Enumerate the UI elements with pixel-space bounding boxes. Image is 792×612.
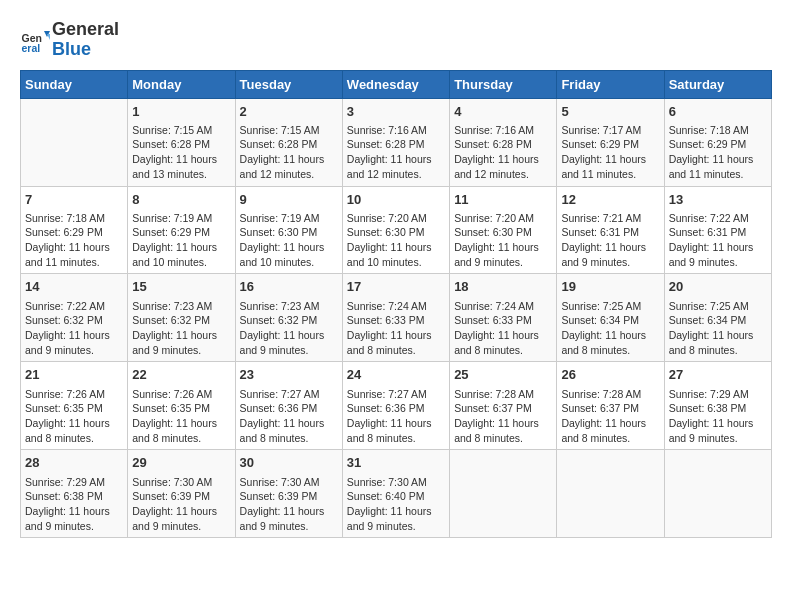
- calendar-cell: 29Sunrise: 7:30 AM Sunset: 6:39 PM Dayli…: [128, 450, 235, 538]
- cell-content: Sunrise: 7:20 AM Sunset: 6:30 PM Dayligh…: [454, 211, 552, 270]
- day-number: 26: [561, 366, 659, 384]
- cell-content: Sunrise: 7:20 AM Sunset: 6:30 PM Dayligh…: [347, 211, 445, 270]
- calendar-table: SundayMondayTuesdayWednesdayThursdayFrid…: [20, 70, 772, 539]
- calendar-cell: 6Sunrise: 7:18 AM Sunset: 6:29 PM Daylig…: [664, 98, 771, 186]
- day-number: 15: [132, 278, 230, 296]
- svg-marker-3: [47, 34, 50, 40]
- cell-content: Sunrise: 7:28 AM Sunset: 6:37 PM Dayligh…: [561, 387, 659, 446]
- cell-content: Sunrise: 7:29 AM Sunset: 6:38 PM Dayligh…: [669, 387, 767, 446]
- svg-text:eral: eral: [22, 42, 41, 54]
- day-number: 4: [454, 103, 552, 121]
- cell-content: Sunrise: 7:19 AM Sunset: 6:30 PM Dayligh…: [240, 211, 338, 270]
- cell-content: Sunrise: 7:28 AM Sunset: 6:37 PM Dayligh…: [454, 387, 552, 446]
- calendar-week-1: 1Sunrise: 7:15 AM Sunset: 6:28 PM Daylig…: [21, 98, 772, 186]
- cell-content: Sunrise: 7:26 AM Sunset: 6:35 PM Dayligh…: [132, 387, 230, 446]
- calendar-cell: 2Sunrise: 7:15 AM Sunset: 6:28 PM Daylig…: [235, 98, 342, 186]
- cell-content: Sunrise: 7:22 AM Sunset: 6:31 PM Dayligh…: [669, 211, 767, 270]
- cell-content: Sunrise: 7:16 AM Sunset: 6:28 PM Dayligh…: [454, 123, 552, 182]
- cell-content: Sunrise: 7:16 AM Sunset: 6:28 PM Dayligh…: [347, 123, 445, 182]
- cell-content: Sunrise: 7:27 AM Sunset: 6:36 PM Dayligh…: [347, 387, 445, 446]
- calendar-week-5: 28Sunrise: 7:29 AM Sunset: 6:38 PM Dayli…: [21, 450, 772, 538]
- calendar-cell: 30Sunrise: 7:30 AM Sunset: 6:39 PM Dayli…: [235, 450, 342, 538]
- day-number: 12: [561, 191, 659, 209]
- cell-content: Sunrise: 7:22 AM Sunset: 6:32 PM Dayligh…: [25, 299, 123, 358]
- calendar-cell: 21Sunrise: 7:26 AM Sunset: 6:35 PM Dayli…: [21, 362, 128, 450]
- cell-content: Sunrise: 7:21 AM Sunset: 6:31 PM Dayligh…: [561, 211, 659, 270]
- cell-content: Sunrise: 7:15 AM Sunset: 6:28 PM Dayligh…: [132, 123, 230, 182]
- calendar-cell: 25Sunrise: 7:28 AM Sunset: 6:37 PM Dayli…: [450, 362, 557, 450]
- cell-content: Sunrise: 7:27 AM Sunset: 6:36 PM Dayligh…: [240, 387, 338, 446]
- cell-content: Sunrise: 7:25 AM Sunset: 6:34 PM Dayligh…: [561, 299, 659, 358]
- day-number: 18: [454, 278, 552, 296]
- column-header-sunday: Sunday: [21, 70, 128, 98]
- day-number: 22: [132, 366, 230, 384]
- cell-content: Sunrise: 7:15 AM Sunset: 6:28 PM Dayligh…: [240, 123, 338, 182]
- calendar-cell: 23Sunrise: 7:27 AM Sunset: 6:36 PM Dayli…: [235, 362, 342, 450]
- logo-icon: Gen eral: [20, 25, 50, 55]
- column-header-thursday: Thursday: [450, 70, 557, 98]
- day-number: 11: [454, 191, 552, 209]
- cell-content: Sunrise: 7:19 AM Sunset: 6:29 PM Dayligh…: [132, 211, 230, 270]
- calendar-cell: [557, 450, 664, 538]
- day-number: 14: [25, 278, 123, 296]
- calendar-cell: 17Sunrise: 7:24 AM Sunset: 6:33 PM Dayli…: [342, 274, 449, 362]
- cell-content: Sunrise: 7:18 AM Sunset: 6:29 PM Dayligh…: [669, 123, 767, 182]
- column-header-monday: Monday: [128, 70, 235, 98]
- day-number: 17: [347, 278, 445, 296]
- cell-content: Sunrise: 7:25 AM Sunset: 6:34 PM Dayligh…: [669, 299, 767, 358]
- calendar-cell: 1Sunrise: 7:15 AM Sunset: 6:28 PM Daylig…: [128, 98, 235, 186]
- cell-content: Sunrise: 7:17 AM Sunset: 6:29 PM Dayligh…: [561, 123, 659, 182]
- calendar-cell: 26Sunrise: 7:28 AM Sunset: 6:37 PM Dayli…: [557, 362, 664, 450]
- day-number: 16: [240, 278, 338, 296]
- cell-content: Sunrise: 7:26 AM Sunset: 6:35 PM Dayligh…: [25, 387, 123, 446]
- calendar-cell: 27Sunrise: 7:29 AM Sunset: 6:38 PM Dayli…: [664, 362, 771, 450]
- day-number: 13: [669, 191, 767, 209]
- day-number: 5: [561, 103, 659, 121]
- cell-content: Sunrise: 7:30 AM Sunset: 6:40 PM Dayligh…: [347, 475, 445, 534]
- cell-content: Sunrise: 7:23 AM Sunset: 6:32 PM Dayligh…: [132, 299, 230, 358]
- cell-content: Sunrise: 7:18 AM Sunset: 6:29 PM Dayligh…: [25, 211, 123, 270]
- day-number: 27: [669, 366, 767, 384]
- calendar-cell: 10Sunrise: 7:20 AM Sunset: 6:30 PM Dayli…: [342, 186, 449, 274]
- day-number: 30: [240, 454, 338, 472]
- calendar-cell: 19Sunrise: 7:25 AM Sunset: 6:34 PM Dayli…: [557, 274, 664, 362]
- cell-content: Sunrise: 7:29 AM Sunset: 6:38 PM Dayligh…: [25, 475, 123, 534]
- calendar-cell: 15Sunrise: 7:23 AM Sunset: 6:32 PM Dayli…: [128, 274, 235, 362]
- calendar-cell: 16Sunrise: 7:23 AM Sunset: 6:32 PM Dayli…: [235, 274, 342, 362]
- cell-content: Sunrise: 7:24 AM Sunset: 6:33 PM Dayligh…: [454, 299, 552, 358]
- day-number: 8: [132, 191, 230, 209]
- day-number: 21: [25, 366, 123, 384]
- calendar-cell: 31Sunrise: 7:30 AM Sunset: 6:40 PM Dayli…: [342, 450, 449, 538]
- cell-content: Sunrise: 7:24 AM Sunset: 6:33 PM Dayligh…: [347, 299, 445, 358]
- day-number: 9: [240, 191, 338, 209]
- column-header-saturday: Saturday: [664, 70, 771, 98]
- calendar-cell: 24Sunrise: 7:27 AM Sunset: 6:36 PM Dayli…: [342, 362, 449, 450]
- column-header-tuesday: Tuesday: [235, 70, 342, 98]
- logo: Gen eral GeneralBlue: [20, 20, 119, 60]
- calendar-cell: 12Sunrise: 7:21 AM Sunset: 6:31 PM Dayli…: [557, 186, 664, 274]
- calendar-week-4: 21Sunrise: 7:26 AM Sunset: 6:35 PM Dayli…: [21, 362, 772, 450]
- calendar-cell: 22Sunrise: 7:26 AM Sunset: 6:35 PM Dayli…: [128, 362, 235, 450]
- day-number: 24: [347, 366, 445, 384]
- day-number: 2: [240, 103, 338, 121]
- calendar-cell: 20Sunrise: 7:25 AM Sunset: 6:34 PM Dayli…: [664, 274, 771, 362]
- day-number: 1: [132, 103, 230, 121]
- day-number: 25: [454, 366, 552, 384]
- column-header-friday: Friday: [557, 70, 664, 98]
- calendar-cell: 28Sunrise: 7:29 AM Sunset: 6:38 PM Dayli…: [21, 450, 128, 538]
- day-number: 19: [561, 278, 659, 296]
- cell-content: Sunrise: 7:30 AM Sunset: 6:39 PM Dayligh…: [132, 475, 230, 534]
- calendar-cell: [664, 450, 771, 538]
- cell-content: Sunrise: 7:23 AM Sunset: 6:32 PM Dayligh…: [240, 299, 338, 358]
- column-header-wednesday: Wednesday: [342, 70, 449, 98]
- day-number: 6: [669, 103, 767, 121]
- calendar-cell: 11Sunrise: 7:20 AM Sunset: 6:30 PM Dayli…: [450, 186, 557, 274]
- calendar-cell: [450, 450, 557, 538]
- calendar-cell: 5Sunrise: 7:17 AM Sunset: 6:29 PM Daylig…: [557, 98, 664, 186]
- day-number: 3: [347, 103, 445, 121]
- day-number: 28: [25, 454, 123, 472]
- calendar-cell: 14Sunrise: 7:22 AM Sunset: 6:32 PM Dayli…: [21, 274, 128, 362]
- day-number: 31: [347, 454, 445, 472]
- day-number: 23: [240, 366, 338, 384]
- page-header: Gen eral GeneralBlue: [20, 20, 772, 60]
